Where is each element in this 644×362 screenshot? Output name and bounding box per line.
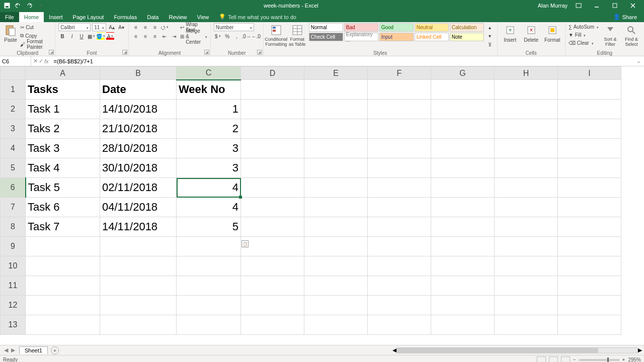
page-break-view-icon[interactable]	[561, 356, 570, 363]
col-header-a[interactable]: A	[26, 67, 100, 80]
cell-D11[interactable]	[241, 276, 304, 296]
cell-G4[interactable]	[431, 139, 495, 158]
cell-A5[interactable]: Task 4	[26, 158, 100, 178]
cell-B1[interactable]: Date	[100, 80, 177, 100]
normal-view-icon[interactable]	[537, 356, 546, 363]
cell-I10[interactable]	[558, 256, 621, 276]
cell-style-bad[interactable]: Bad	[344, 23, 378, 32]
cell-B11[interactable]	[100, 276, 177, 296]
clipboard-dialog-launcher[interactable]: ◢	[49, 50, 54, 55]
cell-F7[interactable]	[368, 198, 431, 217]
col-header-e[interactable]: E	[304, 67, 368, 80]
cell-G11[interactable]	[431, 276, 495, 296]
cell-H7[interactable]	[495, 198, 558, 217]
cell-A4[interactable]: Task 3	[26, 139, 100, 158]
qat-customize-icon[interactable]	[36, 2, 44, 10]
expand-formula-bar-icon[interactable]: ⌄	[633, 58, 644, 64]
format-painter-button[interactable]: 🖌Format Painter	[20, 40, 52, 48]
row-header-5[interactable]: 5	[1, 158, 26, 178]
cell-G2[interactable]	[431, 100, 495, 119]
cell-C5[interactable]: 3	[177, 158, 241, 178]
cell-B3[interactable]: 21/10/2018	[100, 119, 177, 139]
cell-A12[interactable]	[26, 296, 100, 315]
col-header-b[interactable]: B	[100, 67, 177, 80]
col-header-h[interactable]: H	[495, 67, 558, 80]
cell-B4[interactable]: 28/10/2018	[100, 139, 177, 158]
increase-font-icon[interactable]: A▴	[108, 23, 116, 31]
align-left-icon[interactable]: ≡	[132, 32, 140, 40]
zoom-level[interactable]: 295%	[628, 357, 641, 362]
cell-G7[interactable]	[431, 198, 495, 217]
cell-H3[interactable]	[495, 119, 558, 139]
worksheet-grid[interactable]: A B C D E F G H I 1TasksDateWeek No2Task…	[0, 66, 644, 345]
cell-style-note[interactable]: Note	[450, 33, 484, 41]
cell-C4[interactable]: 3	[177, 139, 241, 158]
cell-H12[interactable]	[495, 296, 558, 315]
cell-D6[interactable]	[241, 178, 304, 198]
tell-me[interactable]: 💡 Tell me what you want to do	[214, 12, 301, 22]
col-header-d[interactable]: D	[241, 67, 304, 80]
decrease-font-icon[interactable]: A▾	[117, 23, 125, 31]
cell-H8[interactable]	[495, 217, 558, 237]
cell-F3[interactable]	[368, 119, 431, 139]
cell-G1[interactable]	[431, 80, 495, 100]
cell-H1[interactable]	[495, 80, 558, 100]
tab-formulas[interactable]: Formulas	[109, 12, 142, 22]
cancel-formula-icon[interactable]: ✕	[33, 58, 38, 64]
merge-center-button[interactable]: ⊞Merge & Center	[180, 32, 207, 40]
cell-G8[interactable]	[431, 217, 495, 237]
cell-I2[interactable]	[558, 100, 621, 119]
zoom-out-icon[interactable]: −	[573, 357, 576, 362]
cell-I11[interactable]	[558, 276, 621, 296]
cell-style-good[interactable]: Good	[379, 23, 414, 32]
cell-D4[interactable]	[241, 139, 304, 158]
cell-style-neutral[interactable]: Neutral	[415, 23, 449, 32]
cell-I5[interactable]	[558, 158, 621, 178]
tab-home[interactable]: Home	[19, 12, 44, 22]
zoom-slider[interactable]	[579, 359, 619, 361]
close-icon[interactable]	[626, 0, 640, 11]
col-header-g[interactable]: G	[431, 67, 495, 80]
row-header-4[interactable]: 4	[1, 139, 26, 158]
cell-B7[interactable]: 04/11/2018	[100, 198, 177, 217]
col-header-f[interactable]: F	[368, 67, 431, 80]
tab-page-layout[interactable]: Page Layout	[68, 12, 109, 22]
column-headers[interactable]: A B C D E F G H I	[1, 67, 621, 80]
cell-D12[interactable]	[241, 296, 304, 315]
sheet-tab-sheet1[interactable]: Sheet1	[19, 346, 48, 354]
align-bottom-icon[interactable]: ≡	[151, 23, 159, 31]
delete-cells-button[interactable]: ×Delete	[522, 23, 541, 43]
sort-filter-button[interactable]: Sort & Filter	[601, 23, 620, 47]
cell-E8[interactable]	[304, 217, 368, 237]
cell-D1[interactable]	[241, 80, 304, 100]
name-box[interactable]: C6	[0, 56, 31, 66]
row-header-2[interactable]: 2	[1, 100, 26, 119]
scroll-left-icon[interactable]: ◀	[392, 347, 396, 353]
sheet-nav-prev-icon[interactable]: ◀	[4, 347, 8, 353]
paste-button[interactable]: Paste	[3, 23, 18, 43]
cell-F1[interactable]	[368, 80, 431, 100]
cell-H4[interactable]	[495, 139, 558, 158]
cell-E7[interactable]	[304, 198, 368, 217]
cell-I12[interactable]	[558, 296, 621, 315]
cell-style-normal[interactable]: Normal	[309, 23, 343, 32]
col-header-c[interactable]: C	[177, 67, 241, 80]
number-dialog-launcher[interactable]: ◢	[257, 50, 262, 55]
cell-A6[interactable]: Task 5	[26, 178, 100, 198]
enter-formula-icon[interactable]: ✓	[39, 58, 43, 64]
cell-E12[interactable]	[304, 296, 368, 315]
cell-style-check-cell[interactable]: Check Cell	[309, 33, 343, 41]
paste-options-icon[interactable]: 📋	[242, 240, 249, 247]
tab-file[interactable]: File	[0, 12, 19, 22]
cell-H6[interactable]	[495, 178, 558, 198]
sheet-nav-next-icon[interactable]: ▶	[11, 347, 15, 353]
cell-A10[interactable]	[26, 256, 100, 276]
cell-D2[interactable]	[241, 100, 304, 119]
styles-scroll-up-icon[interactable]: ▴	[486, 23, 494, 31]
format-cells-button[interactable]: Format	[543, 23, 562, 43]
font-size-select[interactable]: 11	[92, 23, 106, 31]
cell-C1[interactable]: Week No	[177, 80, 241, 100]
align-top-icon[interactable]: ≡	[132, 23, 140, 31]
cell-style-calculation[interactable]: Calculation	[450, 23, 484, 32]
row-header-13[interactable]: 13	[1, 315, 26, 335]
